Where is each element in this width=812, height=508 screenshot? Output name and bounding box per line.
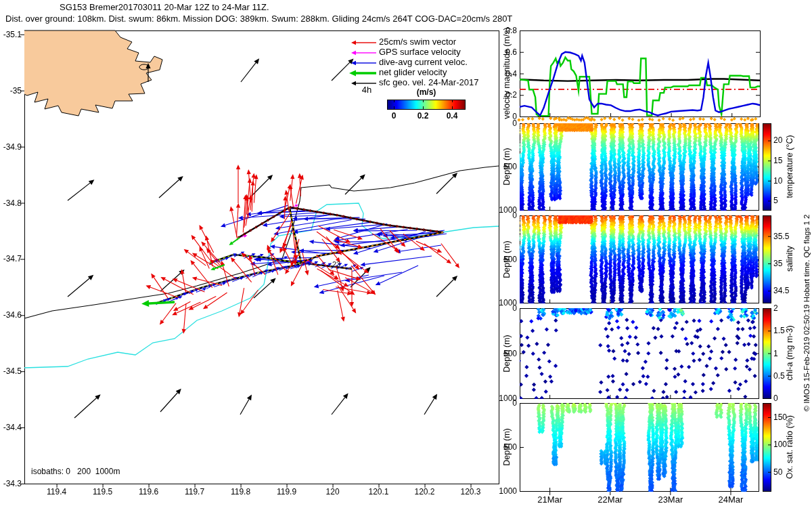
- date-tick-label: 22Mar: [591, 495, 629, 505]
- legend-duration-label: 4h: [357, 85, 376, 95]
- depth-ylabel: Depth (m): [502, 240, 512, 278]
- colorbar-tick-label: 0: [773, 394, 778, 403]
- map-y-tick-label: -34.7: [0, 254, 22, 263]
- glider-mission-figure: SG153 Bremer201703011 20-Mar 12Z to 24-M…: [0, 0, 812, 508]
- isobaths-note: isobaths: 0 200 1000m: [31, 467, 120, 476]
- map-y-tick-label: -35.1: [0, 30, 22, 39]
- temperature-cbar-label: temperature (°C): [785, 135, 794, 198]
- colorbar-tick-label: 35.5: [773, 232, 789, 241]
- legend-item-label: dive-avg current veloc.: [379, 58, 468, 67]
- figure-subtitle: Dist. over ground: 108km. Dist. swum: 86…: [5, 14, 512, 24]
- legend-item-label: GPS surface velocity: [379, 47, 461, 57]
- colorbar-tick-label: 34.5: [773, 286, 789, 295]
- map-y-tick-label: -34.5: [0, 366, 22, 376]
- colorbar-tick-label: 2: [773, 303, 778, 313]
- legend-item-label: 25cm/s swim vector: [379, 37, 456, 47]
- depth-ytick-label: 0: [491, 119, 517, 128]
- imos-watermark: © IMOS 15-Feb-2019 02:50:19 Hobart time.…: [802, 214, 811, 411]
- map-x-tick-label: 120.1: [362, 487, 396, 496]
- map-y-tick-label: -34.6: [0, 310, 22, 320]
- date-tick-label: 24Mar: [712, 495, 750, 505]
- map-y-tick-label: -34.8: [0, 198, 22, 208]
- date-tick-label: 23Mar: [652, 495, 690, 505]
- legend-item-label: net glider velocity: [379, 68, 447, 77]
- salinity-cbar-label: salinity: [785, 246, 794, 272]
- depth-ytick-label: 0: [491, 211, 517, 220]
- colorbar-tick-label: 15: [773, 156, 782, 165]
- legend-item-label: sfc geo. vel. 24-Mar-2017: [379, 78, 478, 87]
- velocity-ytick-label: 0.8: [491, 26, 517, 35]
- map-x-tick-label: 120.3: [454, 487, 488, 496]
- map-x-tick-label: 119.9: [270, 487, 304, 496]
- map-x-tick-label: 119.7: [178, 487, 212, 496]
- colorbar-tick-label: 20: [773, 135, 782, 145]
- colorbar-tick-label: 0.5: [773, 371, 785, 381]
- colorbar-tick-label: 150: [773, 412, 787, 422]
- depth-ytick-label: 1000: [491, 486, 517, 496]
- map-x-tick-label: 120: [316, 487, 350, 496]
- map-y-tick-label: -35: [0, 86, 22, 96]
- colorbar-tick-label: 50: [773, 467, 782, 477]
- track-dive-number-label: 23: [332, 259, 340, 269]
- depth-ylabel: Depth (m): [502, 148, 512, 186]
- map-y-tick-label: -34.3: [0, 479, 22, 488]
- map-x-tick-label: 119.8: [224, 487, 258, 496]
- legend-colorbar-title: (m/s): [405, 87, 447, 97]
- velocity-ytick-label: 0.4: [491, 69, 517, 79]
- depth-ylabel: Depth (m): [502, 335, 512, 373]
- colorbar-tick-label: 1: [773, 349, 778, 358]
- velocity-ytick-label: 0.2: [491, 90, 517, 100]
- map-y-tick-label: -34.4: [0, 423, 22, 432]
- date-tick-label: 21Mar: [531, 495, 569, 505]
- figure-title: SG153 Bremer201703011 20-Mar 12Z to 24-M…: [60, 3, 269, 12]
- map-x-tick-label: 120.2: [408, 487, 442, 496]
- map-x-tick-label: 119.5: [86, 487, 120, 496]
- map-x-tick-label: 119.6: [132, 487, 166, 496]
- legend-colorbar-tick-label: 0.4: [442, 111, 462, 121]
- colorbar-tick-label: 5: [773, 196, 778, 205]
- map-y-tick-label: -34.9: [0, 142, 22, 152]
- depth-ylabel: Depth (m): [502, 428, 512, 466]
- colorbar-tick-label: 10: [773, 176, 782, 186]
- colorbar-tick-label: 100: [773, 440, 787, 449]
- colorbar-tick-label: 1.5: [773, 326, 785, 335]
- velocity-ytick-label: 0.6: [491, 47, 517, 57]
- depth-ytick-label: 0: [491, 398, 517, 408]
- legend-colorbar-tick-label: 0.2: [413, 111, 433, 121]
- map-x-tick-label: 119.4: [40, 487, 74, 496]
- legend-colorbar-tick-label: 0: [384, 111, 404, 121]
- depth-ytick-label: 0: [491, 303, 517, 313]
- chla-cbar-label: chl-a (mg m-3): [785, 325, 794, 380]
- colorbar-tick-label: 35: [773, 259, 782, 268]
